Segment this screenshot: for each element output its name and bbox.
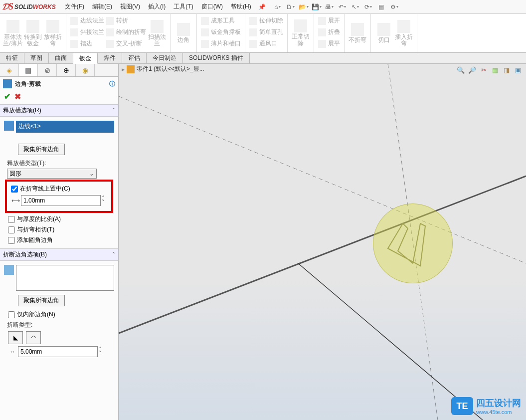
open-icon[interactable]: 📂 (299, 2, 309, 12)
save-icon[interactable]: 💾 (312, 2, 322, 12)
corner-selection-input[interactable] (16, 265, 114, 291)
sketched-bend-button[interactable]: 绘制的折弯 (105, 26, 147, 38)
corner-button[interactable]: 边角 (174, 15, 193, 51)
normal-cut-button[interactable]: 正常切除 (291, 15, 311, 51)
jog-button[interactable]: 转折 (105, 15, 147, 26)
internal-only-checkbox[interactable]: 仅内部边角(N) (8, 310, 114, 319)
spinner-arrows[interactable]: ˄˅ (102, 197, 105, 205)
command-tabs: 特征 草图 曲面 钣金 焊件 评估 今日制造 SOLIDWORKS 插件 (0, 53, 526, 64)
edge-flange-button[interactable]: 边线法兰 (69, 15, 105, 26)
ok-button[interactable]: ✔ (4, 92, 10, 101)
collect-corners-button[interactable]: 聚集所有边角 (18, 144, 65, 155)
select-icon[interactable]: ↖ (351, 2, 360, 12)
menu-file[interactable]: 文件(F) (61, 2, 88, 11)
tab-weldments[interactable]: 焊件 (98, 53, 122, 63)
menu-insert[interactable]: 插入(I) (144, 2, 170, 11)
rip-button[interactable]: 切口 (374, 15, 394, 52)
corner-picker-icon[interactable] (4, 265, 14, 275)
cross-break-button[interactable]: 交叉-折断 (105, 38, 147, 49)
3d-viewport[interactable]: ▸ 零件1 (默认<<默认>_显... 🔍 🔎 ✂ ▦ ◨ ▣ TE 四五设计网 (119, 64, 526, 420)
relief-size-input[interactable] (21, 195, 101, 206)
ratio-checkbox[interactable]: 与厚度的比例(A) (8, 215, 114, 223)
rebuild-icon[interactable]: ⟳ (363, 2, 373, 12)
property-manager: ◈ ▤ ⎚ ⊕ ◉ 边角-剪裁 ⓘ ✔ ✖ 释放槽选项(R)˄ 边线<1> 聚集… (0, 64, 119, 420)
tab-features[interactable]: 特征 (0, 53, 24, 63)
svg-line-3 (298, 263, 483, 420)
feature-title: 边角-剪裁 (15, 80, 109, 88)
unfold-button[interactable]: 展开 (317, 15, 341, 26)
tab-evaluate[interactable]: 评估 (122, 53, 147, 63)
flatten-button[interactable]: 展平 (317, 38, 341, 49)
fillet-checkbox[interactable]: 添加圆角边角 (8, 236, 114, 244)
collapse-icon[interactable]: ˄ (112, 107, 115, 114)
cancel-button[interactable]: ✖ (14, 92, 21, 101)
forming-tool-button[interactable]: 成形工具 (200, 15, 242, 26)
app-logo: 𝓓S SOLIDWORKS (2, 1, 56, 12)
pin-icon[interactable]: 📌 (258, 3, 266, 10)
break-corner-header[interactable]: 折断边角选项(B)˄ (0, 248, 118, 261)
break-type-chamfer[interactable]: ◣ (8, 331, 23, 344)
swept-flange-button[interactable]: 扫描法兰 (147, 15, 167, 52)
dimxpert-tab[interactable]: ⊕ (57, 64, 76, 76)
spinner-arrows[interactable]: ˄˅ (99, 348, 102, 356)
print-icon[interactable]: 🖶 (325, 2, 335, 12)
selection-picker-icon[interactable] (4, 121, 14, 131)
distance-icon: ↔︎ (8, 347, 17, 356)
simple-hole-button[interactable]: 简单直孔 (248, 26, 284, 38)
tangent-checkbox[interactable]: 与折弯相切(T) (8, 225, 114, 234)
break-type-fillet[interactable]: ◠ (26, 331, 41, 344)
base-flange-button[interactable]: 基体法兰/薄片 (3, 15, 23, 52)
menu-help[interactable]: 帮助(H) (227, 2, 255, 11)
watermark: TE 四五设计网 www.45te.com (451, 397, 521, 415)
break-type-label: 折断类型: (7, 321, 114, 329)
insert-bends-button[interactable]: 插入折弯 (394, 15, 414, 52)
miter-flange-button[interactable]: 斜接法兰 (69, 26, 105, 38)
convert-sheetmetal-button[interactable]: 转换到钣金 (23, 15, 43, 52)
model-edges (119, 64, 526, 420)
menu-tools[interactable]: 工具(T) (170, 2, 197, 11)
extruded-cut-button[interactable]: 拉伸切除 (248, 15, 284, 26)
break-distance-input[interactable] (18, 346, 98, 357)
lofted-bend-button[interactable]: 放样折弯 (43, 15, 63, 52)
quick-access-toolbar: ⌂ 🗋 📂 💾 🖶 ↶ ↖ ⟳ ▤ ⚙ (273, 2, 399, 12)
home-icon[interactable]: ⌂ (273, 2, 283, 12)
svg-line-2 (119, 176, 526, 333)
new-icon[interactable]: 🗋 (286, 2, 296, 12)
vent-button[interactable]: 通风口 (248, 38, 284, 49)
gusset-button[interactable]: 钣金角撑板 (200, 26, 242, 38)
no-bends-button[interactable]: 不折弯 (348, 15, 367, 51)
relief-type-select[interactable]: 圆形 (7, 169, 97, 179)
collapse-icon[interactable]: ˄ (112, 251, 115, 258)
watermark-logo: TE (451, 397, 473, 415)
menu-window[interactable]: 窗口(W) (197, 2, 227, 11)
menu-edit[interactable]: 编辑(E) (88, 2, 116, 11)
undo-icon[interactable]: ↶ (338, 2, 348, 12)
config-tab[interactable]: ⎚ (38, 64, 57, 76)
highlighted-region: 在折弯线上置中(C) ⟷ ˄˅ (5, 180, 113, 213)
feature-icon (3, 79, 12, 88)
center-on-bend-checkbox[interactable]: 在折弯线上置中(C) (11, 185, 111, 193)
dimension-icon: ⟷ (11, 196, 20, 205)
help-icon[interactable]: ⓘ (109, 80, 115, 88)
tab-sketch[interactable]: 草图 (24, 53, 49, 63)
menu-bar: 𝓓S SOLIDWORKS 文件(F) 编辑(E) 视图(V) 插入(I) 工具… (0, 0, 526, 14)
options-icon[interactable]: ▤ (376, 2, 386, 12)
relief-options-header[interactable]: 释放槽选项(R)˄ (0, 104, 118, 117)
relief-type-label: 释放槽类型(T): (7, 159, 114, 168)
tab-surfaces[interactable]: 曲面 (49, 53, 73, 63)
tab-today[interactable]: 今日制造 (147, 53, 183, 63)
edge-selection-input[interactable]: 边线<1> (16, 121, 114, 133)
feature-tree-tab[interactable]: ◈ (0, 64, 19, 76)
tab-plugins[interactable]: SOLIDWORKS 插件 (183, 53, 250, 63)
property-mgr-tab[interactable]: ▤ (19, 64, 38, 76)
tab-slot-button[interactable]: 薄片和槽口 (200, 38, 242, 49)
menu-view[interactable]: 视图(V) (116, 2, 144, 11)
fold-button[interactable]: 折叠 (317, 26, 341, 38)
tab-sheetmetal[interactable]: 钣金 (73, 53, 98, 64)
hem-button[interactable]: 褶边 (69, 38, 105, 49)
display-tab[interactable]: ◉ (76, 64, 95, 76)
settings-icon[interactable]: ⚙ (389, 2, 399, 12)
highlight-circle (373, 204, 453, 283)
collect-corners-button-2[interactable]: 聚集所有边角 (18, 295, 65, 306)
ribbon: 基体法兰/薄片 转换到钣金 放样折弯 边线法兰 斜接法兰 褶边 转折 绘制的折弯… (0, 14, 526, 53)
